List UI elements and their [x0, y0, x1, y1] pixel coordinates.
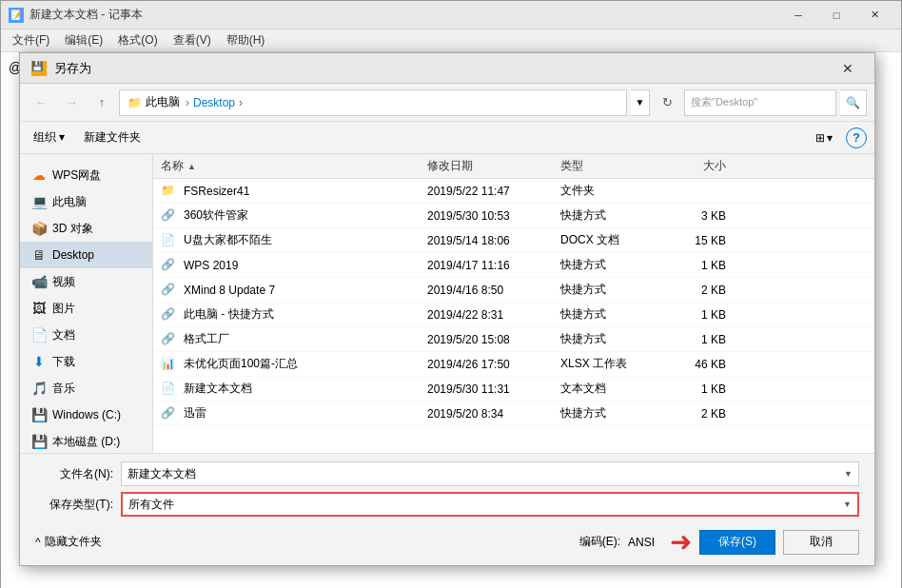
notepad-icon: 📝: [9, 8, 24, 23]
sidebar-item-wps-cloud[interactable]: ☁ WPS网盘: [20, 162, 152, 188]
file-name-cell: 🔗 WPS 2019: [153, 258, 420, 273]
filetype-value: 所有文件: [128, 497, 174, 513]
back-btn[interactable]: ←: [28, 89, 54, 116]
search-placeholder: 搜索"Desktop": [691, 95, 757, 109]
file-type-cell: 快捷方式: [553, 331, 657, 347]
file-row[interactable]: 🔗 迅雷 2019/5/20 8:34 快捷方式 2 KB: [153, 402, 874, 426]
notepad-menubar: 文件(F) 编辑(E) 格式(O) 查看(V) 帮助(H): [1, 29, 901, 52]
file-icon: 📄: [161, 382, 176, 397]
file-date-cell: 2019/4/16 8:50: [420, 284, 553, 297]
sidebar-item-windows-c[interactable]: 💾 Windows (C:): [20, 402, 152, 428]
hide-folders-btn[interactable]: ^ 隐藏文件夹: [35, 534, 102, 550]
file-type-cell: 快捷方式: [553, 257, 657, 273]
big-arrow-icon: ➜: [670, 526, 692, 558]
file-name-cell: 🔗 XMind 8 Update 7: [153, 283, 420, 298]
file-date-cell: 2019/5/14 18:06: [420, 234, 553, 247]
sidebar-icon-local-d: 💾: [31, 434, 47, 449]
address-dropdown-arrow[interactable]: ▼: [631, 89, 650, 116]
organize-btn[interactable]: 组织 ▾: [28, 126, 70, 150]
sidebar: ☁ WPS网盘 💻 此电脑 📦 3D 对象 🖥 Desktop 📹 视频 🖼 图…: [20, 154, 153, 453]
file-size-cell: 2 KB: [657, 284, 734, 297]
file-icon: 🔗: [161, 258, 176, 273]
cancel-btn[interactable]: 取消: [783, 530, 859, 555]
notepad-maximize-btn[interactable]: □: [817, 1, 855, 29]
sidebar-item-local-d[interactable]: 💾 本地磁盘 (D:): [20, 428, 152, 453]
file-row[interactable]: 📁 FSResizer41 2019/5/22 11:47 文件夹: [153, 179, 874, 204]
menu-help[interactable]: 帮助(H): [219, 30, 273, 50]
search-bar[interactable]: 搜索"Desktop": [684, 89, 836, 116]
file-row[interactable]: 🔗 格式工厂 2019/5/20 15:08 快捷方式 1 KB: [153, 327, 874, 352]
encoding-value: ANSI: [628, 536, 655, 549]
menu-edit[interactable]: 编辑(E): [57, 30, 110, 50]
col-header-name[interactable]: 名称 ▲: [153, 158, 420, 174]
filetype-row: 保存类型(T): 所有文件 ▼: [35, 492, 859, 517]
file-size-cell: 1 KB: [657, 382, 734, 396]
filetype-input[interactable]: 所有文件 ▼: [121, 492, 859, 517]
help-btn[interactable]: ?: [846, 127, 867, 148]
file-row[interactable]: 📊 未优化页面100篇-汇总 2019/4/26 17:50 XLSX 工作表 …: [153, 352, 874, 377]
sidebar-icon-pictures: 🖼: [31, 301, 47, 316]
sidebar-item-3d-objects[interactable]: 📦 3D 对象: [20, 215, 152, 242]
file-row[interactable]: 📄 新建文本文档 2019/5/30 11:31 文本文档 1 KB: [153, 377, 874, 402]
file-name-cell: 🔗 格式工厂: [153, 331, 420, 347]
address-bar[interactable]: 📁 此电脑 › Desktop ›: [119, 89, 627, 116]
file-icon: 📊: [161, 357, 176, 372]
sidebar-label-windows-c: Windows (C:): [52, 408, 121, 421]
file-row[interactable]: 🔗 360软件管家 2019/5/30 10:53 快捷方式 3 KB: [153, 204, 874, 228]
forward-btn[interactable]: →: [58, 89, 85, 116]
notepad-titlebar: 📝 新建文本文档 - 记事本 ─ □ ✕: [1, 1, 901, 29]
filename-label: 文件名(N):: [35, 466, 121, 482]
filename-row: 文件名(N): 新建文本文档 ▼: [35, 461, 859, 486]
up-btn[interactable]: ↑: [88, 89, 115, 116]
file-name: WPS 2019: [184, 259, 238, 272]
save-btn[interactable]: 保存(S): [699, 530, 775, 555]
sidebar-label-downloads: 下载: [52, 354, 75, 370]
file-row[interactable]: 📄 U盘大家都不陌生 2019/5/14 18:06 DOCX 文档 15 KB: [153, 228, 874, 253]
notepad-close-btn[interactable]: ✕: [855, 1, 893, 29]
file-name-cell: 📄 新建文本文档: [153, 381, 420, 397]
dialog-close-btn[interactable]: ✕: [833, 53, 863, 84]
menu-view[interactable]: 查看(V): [166, 30, 219, 50]
search-icon-btn[interactable]: 🔍: [840, 89, 867, 116]
dialog-toolbar2: 组织 ▾ 新建文件夹 ⊞ ▾ ?: [20, 122, 874, 154]
menu-file[interactable]: 文件(F): [5, 30, 57, 50]
file-name: 此电脑 - 快捷方式: [184, 306, 274, 323]
new-folder-btn[interactable]: 新建文件夹: [78, 126, 147, 150]
sidebar-item-this-pc[interactable]: 💻 此电脑: [20, 188, 152, 215]
sort-icon: ▲: [187, 162, 196, 171]
sidebar-item-desktop[interactable]: 🖥 Desktop: [20, 242, 152, 268]
view-label: ▾: [827, 131, 833, 145]
dialog-title: 另存为: [54, 60, 833, 77]
sidebar-label-music: 音乐: [52, 381, 75, 397]
file-row[interactable]: 🔗 此电脑 - 快捷方式 2019/4/22 8:31 快捷方式 1 KB: [153, 303, 874, 327]
sidebar-item-downloads[interactable]: ⬇ 下载: [20, 348, 152, 375]
file-row[interactable]: 🔗 WPS 2019 2019/4/17 11:16 快捷方式 1 KB: [153, 253, 874, 278]
hide-folders-icon: ^: [35, 536, 41, 549]
file-name-cell: 🔗 360软件管家: [153, 207, 420, 224]
col-header-size[interactable]: 大小: [657, 158, 734, 174]
view-toggle-btn[interactable]: ⊞ ▾: [810, 126, 838, 150]
dialog-main: ☁ WPS网盘 💻 此电脑 📦 3D 对象 🖥 Desktop 📹 视频 🖼 图…: [20, 154, 874, 453]
menu-format[interactable]: 格式(O): [110, 30, 165, 50]
file-type-cell: 文本文档: [553, 381, 657, 397]
file-name: 格式工厂: [184, 331, 229, 347]
file-name-cell: 🔗 迅雷: [153, 405, 420, 421]
file-icon: 🔗: [161, 406, 176, 421]
filename-input[interactable]: 新建文本文档 ▼: [121, 461, 859, 486]
sidebar-item-documents[interactable]: 📄 文档: [20, 322, 152, 348]
sidebar-icon-wps-cloud: ☁: [31, 167, 47, 183]
file-name: FSResizer41: [184, 185, 249, 198]
file-size-cell: 2 KB: [657, 407, 734, 421]
sidebar-icon-windows-c: 💾: [31, 407, 47, 422]
file-row[interactable]: 🔗 XMind 8 Update 7 2019/4/16 8:50 快捷方式 2…: [153, 278, 874, 303]
sidebar-item-pictures[interactable]: 🖼 图片: [20, 295, 152, 322]
file-list-header: 名称 ▲ 修改日期 类型 大小: [153, 154, 874, 179]
col-header-date[interactable]: 修改日期: [420, 158, 553, 174]
sidebar-item-music[interactable]: 🎵 音乐: [20, 375, 152, 402]
notepad-title: 新建文本文档 - 记事本: [29, 7, 143, 23]
col-header-type[interactable]: 类型: [553, 158, 657, 174]
refresh-btn[interactable]: ↻: [654, 89, 680, 116]
sidebar-item-videos[interactable]: 📹 视频: [20, 268, 152, 295]
notepad-minimize-btn[interactable]: ─: [779, 1, 817, 29]
dialog-bottom: 文件名(N): 新建文本文档 ▼ 保存类型(T): 所有文件 ▼ ^ 隐藏文件夹…: [20, 453, 874, 565]
